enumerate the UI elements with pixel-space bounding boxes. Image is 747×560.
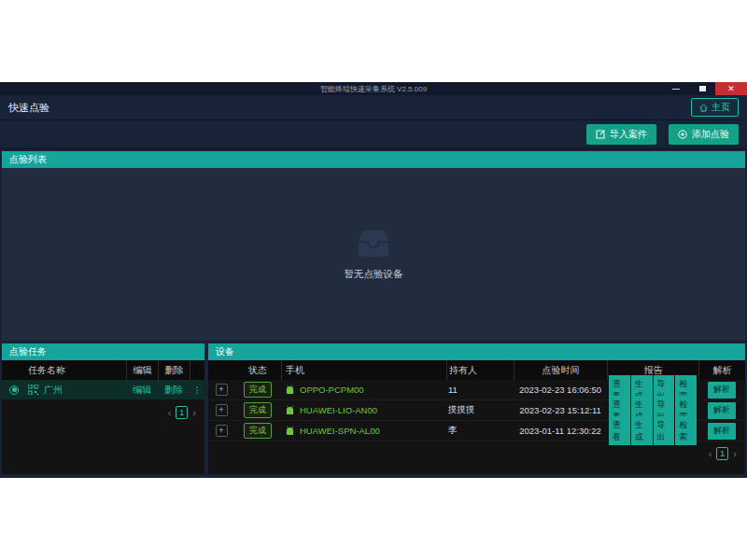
parse-cell: 解析 <box>698 380 745 399</box>
maximize-icon <box>699 86 706 91</box>
page-number[interactable]: 1 <box>716 447 728 460</box>
parse-button[interactable]: 解析 <box>708 402 736 419</box>
android-icon <box>285 427 295 436</box>
next-page-arrow[interactable]: › <box>192 407 196 418</box>
status-badge: 完成 <box>234 380 281 399</box>
task-row[interactable]: 广州 编辑 删除 ⋮ <box>2 380 204 399</box>
app-window: 智能终端快速采集系统 V2.5.009 ✕ 快速点验 主页 导入案件 <box>0 82 747 478</box>
report-actions: 查看 生成 导出 检索 <box>607 421 698 441</box>
task-pagination: ‹ 1 › <box>2 406 204 419</box>
plus-icon: + <box>216 384 228 396</box>
export-report-button[interactable]: 导出 <box>654 416 675 445</box>
phone-cell: OPPO-PCPM00 <box>281 380 446 399</box>
phone-cell: HUAWEI-LIO-AN00 <box>281 400 446 420</box>
add-inspection-label: 添加点验 <box>692 128 729 141</box>
inspection-list-header: 点验列表 <box>2 151 745 168</box>
phone-name[interactable]: OPPO-PCPM00 <box>300 385 364 395</box>
import-case-button[interactable]: 导入案件 <box>586 124 656 145</box>
inspection-list-panel: 点验列表 暂无点验设备 <box>2 151 745 341</box>
toolbar: 导入案件 添加点验 <box>0 120 747 149</box>
task-panel-header: 点验任务 <box>2 343 204 360</box>
minimize-icon <box>672 89 680 90</box>
device-panel-body: 状态 手机 持有人 点验时间 报告 解析 + 完成 OPPO-PCPM00 11 <box>208 360 745 474</box>
task-table-header: 任务名称 编辑 删除 <box>2 360 204 380</box>
next-page-arrow[interactable]: › <box>733 448 737 459</box>
task-header-delete: 删除 <box>158 360 190 380</box>
phone-name[interactable]: HUAWEI-LIO-AN00 <box>300 405 377 415</box>
holder-name: 李 <box>446 421 514 441</box>
inspection-list-body: 暂无点验设备 <box>2 168 745 341</box>
minimize-button[interactable] <box>663 82 689 95</box>
device-panel: 设备 状态 手机 持有人 点验时间 报告 解析 + 完成 <box>208 343 745 474</box>
expand-row-button[interactable]: + <box>208 380 234 399</box>
task-header-spacer <box>2 360 26 380</box>
holder-name: 摸摸摸 <box>446 400 514 420</box>
parse-cell: 解析 <box>698 400 745 420</box>
parse-button[interactable]: 解析 <box>708 382 736 399</box>
phone-name[interactable]: HUAWEI-SPN-AL00 <box>300 426 380 436</box>
task-delete-link[interactable]: 删除 <box>158 380 190 399</box>
task-name-cell: 广州 <box>26 380 126 399</box>
search-report-button[interactable]: 检索 <box>675 416 697 445</box>
close-button[interactable]: ✕ <box>715 82 747 95</box>
task-edit-link[interactable]: 编辑 <box>126 380 158 399</box>
import-icon <box>596 130 605 139</box>
device-pagination: ‹ 1 › <box>208 447 745 460</box>
expand-row-button[interactable]: + <box>208 400 234 420</box>
add-inspection-button[interactable]: 添加点验 <box>669 124 739 145</box>
status-badge: 完成 <box>234 400 281 420</box>
task-name: 广州 <box>44 384 63 397</box>
inspection-time: 2023-01-11 12:30:22 <box>514 421 607 441</box>
task-header-name: 任务名称 <box>26 360 126 380</box>
page-title: 快速点验 <box>8 101 49 115</box>
add-icon <box>678 130 687 139</box>
parse-cell: 解析 <box>698 421 745 441</box>
import-case-label: 导入案件 <box>610 128 647 141</box>
device-panel-header: 设备 <box>208 343 745 360</box>
status-badge: 完成 <box>234 421 281 441</box>
android-icon <box>285 385 295 395</box>
device-row: + 完成 HUAWEI-SPN-AL00 李 2023-01-11 12:30:… <box>208 421 745 441</box>
device-header-parse: 解析 <box>698 360 745 380</box>
device-header-holder: 持有人 <box>446 360 514 380</box>
home-button[interactable]: 主页 <box>691 98 739 117</box>
titlebar: 智能终端快速采集系统 V2.5.009 ✕ <box>0 82 747 95</box>
page-header: 快速点验 主页 <box>0 95 747 120</box>
phone-cell: HUAWEI-SPN-AL00 <box>281 421 446 441</box>
parse-button[interactable]: 解析 <box>708 423 736 440</box>
holder-name: 11 <box>446 380 514 399</box>
generate-report-button[interactable]: 生成 <box>631 416 653 445</box>
window-title: 智能终端快速采集系统 V2.5.009 <box>0 84 663 94</box>
device-header-time: 点验时间 <box>514 360 607 380</box>
kebab-menu-icon: ⋮ <box>193 385 202 395</box>
device-header-status: 状态 <box>234 360 281 380</box>
empty-inbox-icon <box>352 228 395 259</box>
home-icon <box>699 104 708 112</box>
plus-icon: + <box>216 404 228 416</box>
device-header-phone: 手机 <box>281 360 446 380</box>
task-more-menu[interactable]: ⋮ <box>190 380 204 399</box>
inspection-time: 2023-02-23 16:06:50 <box>514 380 607 399</box>
expand-row-button[interactable]: + <box>208 421 234 441</box>
task-header-edit: 编辑 <box>126 360 158 380</box>
page-number[interactable]: 1 <box>176 406 188 419</box>
prev-page-arrow[interactable]: ‹ <box>709 448 712 459</box>
prev-page-arrow[interactable]: ‹ <box>168 407 172 418</box>
qr-code-icon[interactable] <box>28 385 38 395</box>
view-report-button[interactable]: 查看 <box>609 416 630 445</box>
radio-selected-icon <box>9 385 19 395</box>
task-panel-body: 任务名称 编辑 删除 广州 编辑 <box>2 360 204 474</box>
task-radio[interactable] <box>2 380 26 399</box>
android-icon <box>285 406 295 415</box>
task-header-more <box>190 360 204 380</box>
bottom-section: 点验任务 任务名称 编辑 删除 <box>2 343 745 474</box>
home-button-label: 主页 <box>712 101 730 114</box>
plus-icon: + <box>216 425 228 437</box>
task-panel: 点验任务 任务名称 编辑 删除 <box>2 343 204 474</box>
window-controls: ✕ <box>663 82 747 95</box>
maximize-button[interactable] <box>689 82 715 95</box>
inspection-time: 2023-02-23 15:12:11 <box>514 400 607 420</box>
empty-state-text: 暂无点验设备 <box>345 268 403 281</box>
device-header-expand <box>208 360 234 380</box>
